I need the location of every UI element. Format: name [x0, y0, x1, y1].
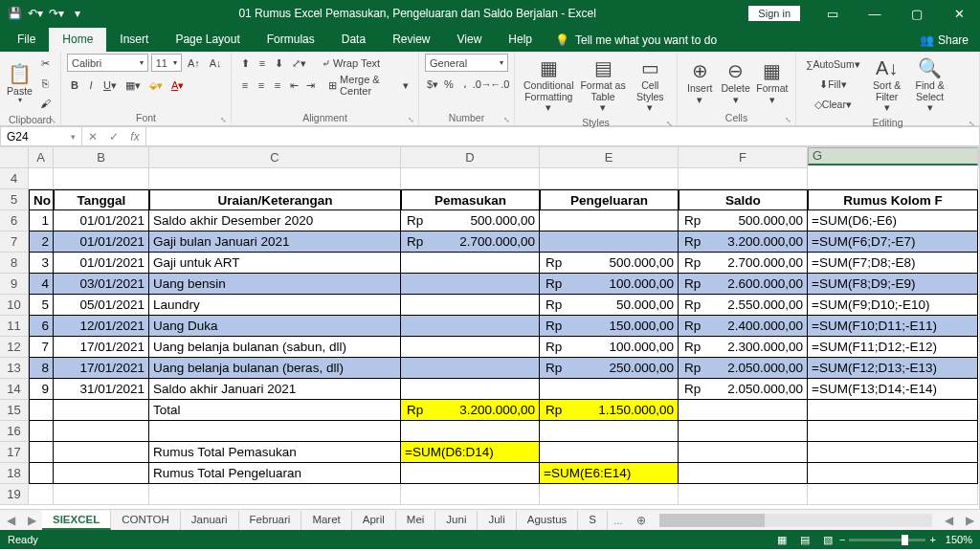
cell[interactable]: [808, 421, 978, 442]
cell[interactable]: 31/01/2021: [54, 379, 149, 400]
close-icon[interactable]: ✕: [938, 0, 980, 27]
col-header-A[interactable]: A: [29, 147, 54, 168]
cell[interactable]: =SUM(D6;-E6): [808, 210, 978, 231]
cell[interactable]: Gaji bulan Januari 2021: [149, 231, 401, 253]
cell[interactable]: Rp2.700.000,00: [401, 231, 540, 253]
ribbon-options-icon[interactable]: ▭: [812, 0, 854, 27]
cell[interactable]: Rp2.050.000,00: [679, 379, 808, 400]
row-header-9[interactable]: 9: [0, 274, 29, 295]
cell[interactable]: [540, 210, 679, 231]
cell[interactable]: =SUM(E6:E14): [540, 463, 679, 484]
hscroll-right[interactable]: ▶: [959, 514, 980, 527]
cell[interactable]: [401, 253, 540, 274]
cell-styles-button[interactable]: ▭Cell Styles ▾: [630, 54, 671, 116]
cell[interactable]: [401, 484, 540, 505]
enter-formula-icon[interactable]: ✓: [103, 130, 124, 143]
cell[interactable]: [401, 421, 540, 442]
cell[interactable]: 3: [29, 253, 54, 274]
sheet-tab-contoh[interactable]: CONTOH: [111, 511, 181, 530]
cell[interactable]: [54, 421, 149, 442]
cell[interactable]: Uraian/Keterangan: [149, 189, 401, 210]
row-header-18[interactable]: 18: [0, 463, 29, 484]
row-header-16[interactable]: 16: [0, 421, 29, 442]
row-header-11[interactable]: 11: [0, 316, 29, 337]
cell[interactable]: [679, 400, 808, 421]
sheet-tab-juli[interactable]: Juli: [478, 511, 516, 530]
cell[interactable]: Gaji untuk ART: [149, 253, 401, 274]
cell[interactable]: [808, 168, 978, 189]
cell[interactable]: [401, 295, 540, 316]
comma-button[interactable]: ،: [457, 75, 473, 94]
fill-color-button[interactable]: ⬙▾: [145, 76, 167, 95]
cell[interactable]: Rp2.400.000,00: [679, 316, 808, 337]
cell[interactable]: =SUM(F9;D10;-E10): [808, 295, 978, 316]
redo-icon[interactable]: ↷▾: [48, 5, 65, 22]
format-as-table-button[interactable]: ▤Format as Table ▾: [580, 54, 627, 116]
cell[interactable]: Rp150.000,00: [540, 316, 679, 337]
horizontal-scrollbar[interactable]: [659, 514, 932, 527]
cell[interactable]: [679, 484, 808, 505]
cell[interactable]: Total: [149, 400, 401, 421]
cell[interactable]: [679, 168, 808, 189]
cell[interactable]: 6: [29, 316, 54, 337]
cell[interactable]: [401, 337, 540, 358]
col-header-E[interactable]: E: [540, 147, 679, 168]
cell[interactable]: Rp500.000,00: [401, 210, 540, 231]
font-name[interactable]: Calibri▾: [67, 54, 148, 72]
cell[interactable]: [401, 316, 540, 337]
cell[interactable]: Saldo akhir Januari 2021: [149, 379, 401, 400]
cell[interactable]: [679, 463, 808, 484]
formula-input[interactable]: [146, 126, 980, 146]
row-header-8[interactable]: 8: [0, 253, 29, 274]
cell[interactable]: 7: [29, 337, 54, 358]
find-select-button[interactable]: 🔍Find & Select▾: [910, 54, 950, 116]
cell[interactable]: [54, 463, 149, 484]
row-header-7[interactable]: 7: [0, 231, 29, 253]
sort-filter-button[interactable]: A↓Sort & Filter▾: [867, 54, 907, 116]
cell[interactable]: [29, 463, 54, 484]
row-header-14[interactable]: 14: [0, 379, 29, 400]
cell[interactable]: Uang Duka: [149, 316, 401, 337]
cell[interactable]: Rp3.200.000,00: [401, 400, 540, 421]
format-cells-button[interactable]: ▦Format▾: [755, 56, 790, 107]
zoom-slider[interactable]: −+150%: [839, 534, 972, 545]
row-header-5[interactable]: 5: [0, 189, 29, 210]
view-normal-icon[interactable]: ▦: [770, 534, 793, 546]
signin-button[interactable]: Sign in: [748, 6, 800, 21]
cell[interactable]: [540, 231, 679, 253]
cell[interactable]: [401, 274, 540, 295]
row-header-13[interactable]: 13: [0, 358, 29, 379]
sheet-tab-juni[interactable]: Juni: [435, 511, 478, 530]
cell[interactable]: =SUM(F8;D9;-E9): [808, 274, 978, 295]
cell[interactable]: Uang bensin: [149, 274, 401, 295]
cell[interactable]: [29, 168, 54, 189]
cell[interactable]: =SUM(F6;D7;-E7): [808, 231, 978, 253]
worksheet[interactable]: ABCDEFG 45678910111213141516171819 NoTan…: [0, 147, 980, 509]
cell[interactable]: 12/01/2021: [54, 316, 149, 337]
row-header-17[interactable]: 17: [0, 442, 29, 463]
cell[interactable]: Rumus Total Pemasukan: [149, 442, 401, 463]
cell[interactable]: Rp2.700.000,00: [679, 253, 808, 274]
share-button[interactable]: 👥Share: [908, 29, 980, 52]
accounting-button[interactable]: $▾: [425, 75, 440, 94]
cell[interactable]: [808, 442, 978, 463]
cell[interactable]: 4: [29, 274, 54, 295]
tab-pagelayout[interactable]: Page Layout: [162, 28, 253, 52]
cell[interactable]: [29, 484, 54, 505]
cell[interactable]: =SUM(F11;D12;-E12): [808, 337, 978, 358]
cell[interactable]: 2: [29, 231, 54, 253]
cell[interactable]: [54, 168, 149, 189]
cell[interactable]: [149, 421, 401, 442]
cell[interactable]: Laundry: [149, 295, 401, 316]
cell[interactable]: Pengeluaran: [540, 189, 679, 210]
cell[interactable]: Rumus Kolom F: [808, 189, 978, 210]
cell[interactable]: [29, 421, 54, 442]
view-page-break-icon[interactable]: ▧: [816, 534, 839, 546]
col-header-C[interactable]: C: [149, 147, 401, 168]
sheet-tab-s[interactable]: S: [578, 511, 608, 530]
copy-button[interactable]: ⎘: [36, 74, 55, 93]
cell[interactable]: [808, 484, 978, 505]
wrap-text-button[interactable]: ⤶ Wrap Text: [318, 54, 384, 73]
cell[interactable]: [29, 400, 54, 421]
maximize-icon[interactable]: ▢: [896, 0, 938, 27]
